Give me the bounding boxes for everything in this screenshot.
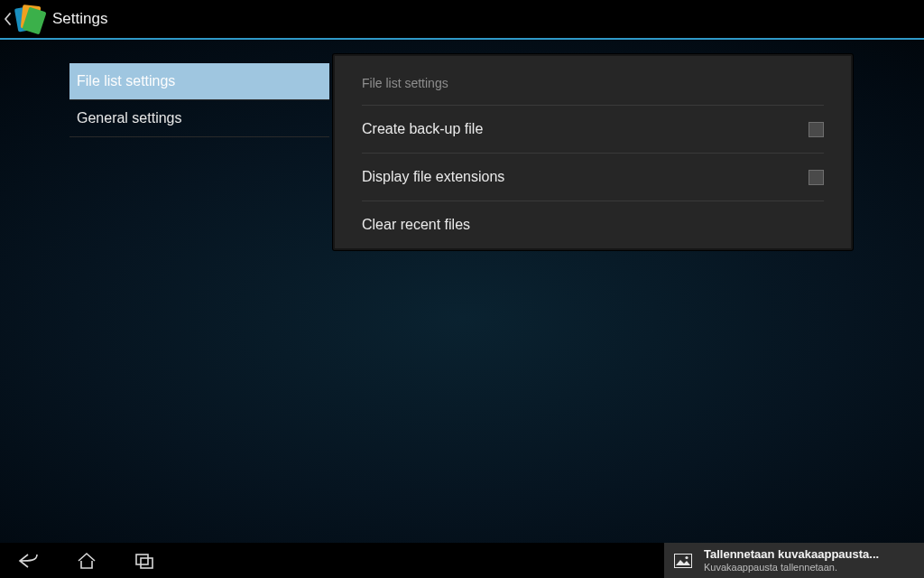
back-button[interactable] <box>0 543 58 578</box>
checkbox-create-backup[interactable] <box>808 122 824 137</box>
action-bar: Settings <box>0 0 924 40</box>
content-area: File list settings General settings File… <box>0 40 924 543</box>
nav-item-file-list-settings[interactable]: File list settings <box>69 63 329 100</box>
page-title: Settings <box>52 10 107 28</box>
nav-item-label: File list settings <box>77 73 175 89</box>
row-label: Create back-up file <box>362 121 483 137</box>
home-button[interactable] <box>58 543 116 578</box>
row-clear-recent[interactable]: Clear recent files <box>362 200 824 248</box>
svg-rect-0 <box>136 555 148 564</box>
settings-nav: File list settings General settings <box>69 63 329 137</box>
svg-point-3 <box>685 555 688 558</box>
svg-rect-1 <box>141 558 152 568</box>
checkbox-display-extensions[interactable] <box>808 170 824 185</box>
row-display-extensions[interactable]: Display file extensions <box>362 153 824 200</box>
image-icon <box>673 551 693 571</box>
system-nav-bar: Tallennetaan kuvakaappausta... Kuvakaapp… <box>0 543 924 578</box>
settings-panel: File list settings Create back-up file D… <box>333 54 853 250</box>
app-icon[interactable] <box>14 4 45 34</box>
screenshot-toast[interactable]: Tallennetaan kuvakaappausta... Kuvakaapp… <box>664 543 924 578</box>
row-create-backup[interactable]: Create back-up file <box>362 105 824 153</box>
row-label: Clear recent files <box>362 217 470 233</box>
svg-rect-2 <box>675 554 692 567</box>
toast-subtitle: Kuvakaappausta tallennetaan. <box>704 562 879 573</box>
back-up-icon[interactable] <box>4 0 13 39</box>
row-label: Display file extensions <box>362 169 504 185</box>
nav-item-label: General settings <box>77 110 182 126</box>
toast-title: Tallennetaan kuvakaappausta... <box>704 548 879 561</box>
toast-texts: Tallennetaan kuvakaappausta... Kuvakaapp… <box>704 548 879 572</box>
nav-item-general-settings[interactable]: General settings <box>69 100 329 137</box>
recents-button[interactable] <box>116 543 173 578</box>
panel-header: File list settings <box>362 56 824 105</box>
